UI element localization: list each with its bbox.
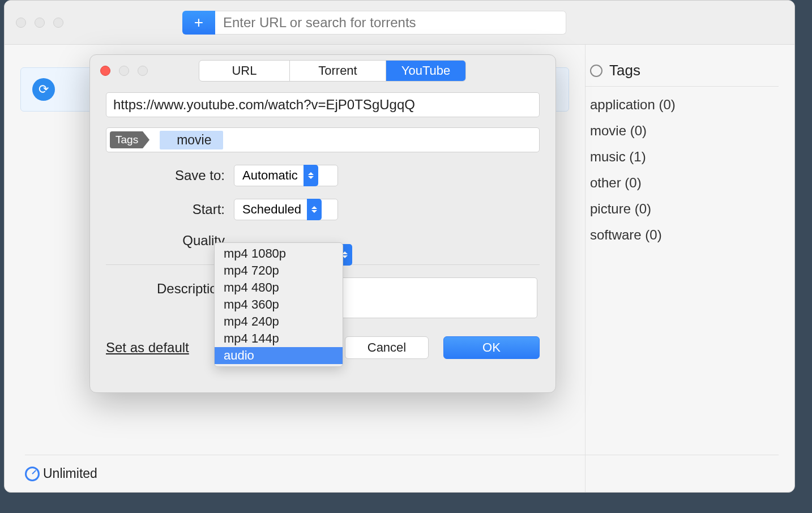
set-default-link[interactable]: Set as default — [106, 340, 189, 356]
quality-option[interactable]: mp4 720p — [215, 262, 343, 279]
quality-option[interactable]: mp4 144p — [215, 330, 343, 347]
circle-icon — [590, 65, 602, 77]
tag-pill[interactable]: movie — [160, 131, 223, 149]
tab-url[interactable]: URL — [199, 61, 290, 81]
quality-option[interactable]: mp4 360p — [215, 296, 343, 313]
save-to-select[interactable]: Automatic — [234, 165, 338, 186]
description-label: Description — [106, 277, 225, 297]
tags-prefix-label: Tags — [110, 131, 143, 148]
window-controls — [16, 18, 63, 28]
footer-status: Unlimited — [25, 455, 779, 492]
save-to-label: Save to: — [106, 168, 225, 183]
zoom-icon[interactable] — [53, 18, 63, 28]
source-tabs: URL Torrent YouTube — [199, 60, 466, 82]
tag-item[interactable]: software (0) — [590, 227, 794, 243]
quality-dropdown: mp4 1080p mp4 720p mp4 480p mp4 360p mp4… — [214, 242, 343, 367]
close-icon[interactable] — [100, 66, 110, 76]
toolbar-addbar: + — [182, 11, 566, 35]
save-to-value: Automatic — [242, 168, 298, 183]
tag-item[interactable]: music (1) — [590, 149, 794, 165]
quality-option-selected[interactable]: audio — [215, 347, 343, 364]
add-button[interactable]: + — [182, 11, 215, 35]
side-panel: Tags application (0) movie (0) music (1)… — [585, 45, 794, 492]
tags-heading-label: Tags — [609, 62, 640, 79]
quality-label: Quality — [106, 233, 225, 249]
tab-torrent[interactable]: Torrent — [290, 61, 386, 81]
close-icon[interactable] — [16, 18, 26, 28]
tag-item[interactable]: other (0) — [590, 175, 794, 191]
tag-item[interactable]: picture (0) — [590, 201, 794, 217]
start-value: Scheduled — [242, 202, 301, 217]
quality-option[interactable]: mp4 240p — [215, 313, 343, 330]
chevron-updown-icon — [304, 165, 318, 186]
tags-field[interactable]: Tags movie — [106, 127, 540, 152]
tag-list: application (0) movie (0) music (1) othe… — [586, 97, 794, 243]
minimize-icon[interactable] — [35, 18, 45, 28]
refresh-icon: ⟳ — [32, 78, 55, 101]
titlebar: + — [5, 1, 794, 45]
tab-youtube[interactable]: YouTube — [386, 61, 465, 81]
gauge-icon — [25, 467, 40, 481]
chevron-updown-icon — [307, 199, 322, 220]
footer-label: Unlimited — [43, 466, 97, 481]
tag-item[interactable]: application (0) — [590, 97, 794, 113]
dialog-window-controls — [100, 66, 148, 76]
start-label: Start: — [106, 202, 225, 217]
start-select[interactable]: Scheduled — [234, 199, 338, 220]
plus-icon: + — [194, 14, 203, 32]
cancel-button[interactable]: Cancel — [345, 336, 429, 359]
minimize-icon — [119, 66, 129, 76]
quality-option[interactable]: mp4 480p — [215, 279, 343, 296]
dialog-titlebar: URL Torrent YouTube — [90, 55, 555, 87]
tag-item[interactable]: movie (0) — [590, 123, 794, 139]
url-input[interactable] — [106, 92, 540, 117]
quality-option[interactable]: mp4 1080p — [215, 245, 343, 262]
tags-heading[interactable]: Tags — [586, 62, 779, 87]
search-input[interactable] — [215, 11, 566, 35]
ok-button[interactable]: OK — [443, 336, 540, 359]
zoom-icon — [138, 66, 148, 76]
